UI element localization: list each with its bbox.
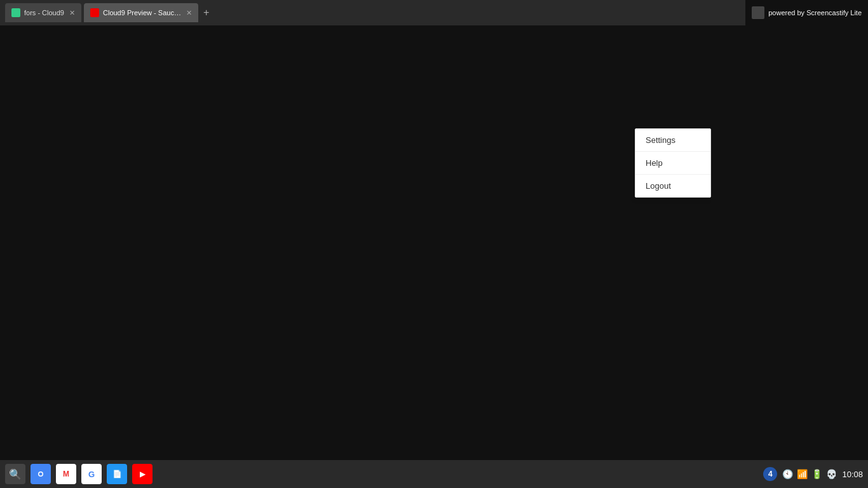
docs-taskbar-icon[interactable]: 📄 [107, 464, 127, 484]
google-taskbar-icon[interactable]: G [81, 464, 102, 484]
new-tab-button[interactable]: + [201, 7, 212, 18]
system-clock: 10:08 [842, 470, 863, 479]
taskbar: 🔍 M G 📄 ▶ 4 🕙 📶 🔋 💀 10:08 [0, 460, 868, 488]
youtube-taskbar-icon[interactable]: ▶ [132, 464, 153, 484]
svg-point-2 [39, 473, 43, 476]
tab-favicon-cloud9 [11, 8, 20, 17]
os-title-bar: fors - Cloud9 ✕ Cloud9 Preview - Sauce L… [0, 0, 868, 25]
tray-status-icons: 🕙 📶 🔋 💀 [782, 469, 837, 479]
battery-icon: 🔋 [811, 469, 822, 479]
tab-cloud9[interactable]: fors - Cloud9 ✕ [5, 3, 81, 22]
screencastify-icon [752, 6, 764, 19]
tab-close-cloud9[interactable]: ✕ [69, 9, 75, 17]
settings-dropdown: Settings Help Logout [635, 128, 711, 198]
search-taskbar-icon[interactable]: 🔍 [5, 464, 25, 484]
wifi-icon: 📶 [797, 469, 808, 479]
tab-close-saucelabs[interactable]: ✕ [186, 9, 192, 17]
desktop-background [0, 25, 868, 460]
help-menu-item[interactable]: Help [635, 152, 710, 175]
settings-menu-item[interactable]: Settings [635, 129, 710, 152]
chrome-taskbar-icon[interactable] [31, 464, 51, 484]
browser-tabs: fors - Cloud9 ✕ Cloud9 Preview - Sauce L… [5, 3, 212, 22]
system-tray: 4 🕙 📶 🔋 💀 10:08 [763, 467, 863, 481]
tray-badge: 4 [763, 467, 777, 481]
tab-favicon-roblox [90, 8, 99, 17]
gmail-taskbar-icon[interactable]: M [56, 464, 76, 484]
screencastify-badge: powered by Screencastify Lite [745, 0, 868, 25]
tab-saucelabs[interactable]: Cloud9 Preview - Sauce La... ✕ [84, 3, 198, 22]
logout-menu-item[interactable]: Logout [635, 175, 710, 197]
skull-icon: 💀 [826, 469, 837, 479]
clock-icon: 🕙 [782, 469, 793, 479]
